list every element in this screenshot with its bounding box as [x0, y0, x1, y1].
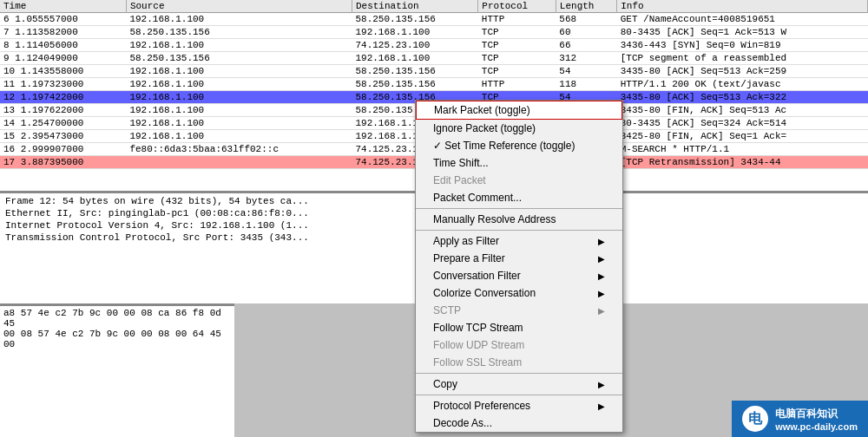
cell-len: 3436-443 [SYN] Seq=0 Win=819	[617, 39, 868, 52]
menu-item[interactable]: Copy▶	[416, 375, 622, 393]
watermark-line1: 电脑百科知识	[775, 407, 858, 421]
table-row[interactable]: 8 1.114056000192.168.1.10074.125.23.100T…	[0, 39, 868, 52]
menu-item: Edit Packet	[416, 172, 622, 189]
menu-item: Follow UDP Stream	[416, 336, 622, 354]
menu-item[interactable]: Protocol Preferences▶	[416, 397, 622, 414]
cell-proto: 54	[556, 65, 616, 78]
submenu-arrow-icon: ▶	[598, 271, 605, 281]
cell-time: 192.168.1.100	[126, 39, 352, 52]
hex-line: 00 08 57 4e c2 7b 9c 00 00 08 00 64 45 0…	[3, 329, 231, 349]
cell-src: 74.125.23.100	[352, 39, 477, 52]
menu-item[interactable]: Colorize Conversation▶	[416, 284, 622, 302]
cell-time: 192.168.1.100	[126, 13, 352, 26]
cell-proto: 66	[556, 39, 616, 52]
menu-separator	[416, 230, 622, 231]
cell-dst: TCP	[478, 26, 556, 39]
menu-item[interactable]: Prepare a Filter▶	[416, 250, 622, 267]
cell-num: 12 1.197422000	[0, 91, 126, 104]
table-row[interactable]: 6 1.055557000192.168.1.10058.250.135.156…	[0, 13, 868, 26]
cell-proto: 312	[556, 52, 616, 65]
menu-item-label: Protocol Preferences	[433, 400, 530, 412]
menu-item[interactable]: ✓ Set Time Reference (toggle)	[416, 137, 622, 154]
cell-num: 6 1.055557000	[0, 13, 126, 26]
cell-proto: 568	[556, 13, 616, 26]
menu-item[interactable]: Decode As...	[416, 414, 622, 432]
cell-num: 8 1.114056000	[0, 39, 126, 52]
menu-item[interactable]: Mark Packet (toggle)	[416, 101, 622, 120]
cell-time: 58.250.135.156	[126, 26, 352, 39]
cell-time: 192.168.1.100	[126, 130, 352, 143]
cell-dst: TCP	[478, 65, 556, 78]
cell-len: [TCP segment of a reassembled	[617, 52, 868, 65]
hex-line: a8 57 4e c2 7b 9c 00 00 08 ca 86 f8 0d 4…	[3, 308, 231, 329]
menu-item[interactable]: Apply as Filter▶	[416, 232, 622, 250]
menu-item-label: Follow SSL Stream	[433, 356, 522, 369]
menu-item-label: Time Shift...	[433, 157, 489, 169]
cell-len: 3425-80 [FIN, ACK] Seq=1 Ack=	[617, 130, 868, 143]
cell-time: 58.250.135.156	[126, 52, 352, 65]
cell-time: 192.168.1.100	[126, 117, 352, 130]
cell-time	[126, 156, 352, 169]
submenu-arrow-icon: ▶	[598, 306, 605, 316]
cell-len: HTTP/1.1 200 OK (text/javasc	[617, 78, 868, 91]
cell-dst: TCP	[478, 39, 556, 52]
menu-item-label: Follow UDP Stream	[433, 339, 524, 351]
col-protocol: Protocol	[478, 0, 556, 13]
menu-item[interactable]: Conversation Filter▶	[416, 267, 622, 284]
menu-item-label: Follow TCP Stream	[433, 322, 523, 334]
cell-num: 16 2.999907000	[0, 143, 126, 156]
cell-len: [TCP Retransmission] 3434-44	[617, 156, 868, 169]
cell-num: 9 1.124049000	[0, 52, 126, 65]
menu-item[interactable]: Follow TCP Stream	[416, 319, 622, 336]
menu-separator	[416, 208, 622, 209]
col-source: Source	[126, 0, 352, 13]
menu-item-label: Colorize Conversation	[433, 287, 536, 299]
col-time: Time	[0, 0, 126, 13]
menu-separator	[416, 373, 622, 374]
submenu-arrow-icon: ▶	[598, 289, 605, 298]
cell-num: 10 1.143558000	[0, 65, 126, 78]
table-row[interactable]: 11 1.197323000192.168.1.10058.250.135.15…	[0, 78, 868, 91]
table-row[interactable]: 9 1.12404900058.250.135.156192.168.1.100…	[0, 52, 868, 65]
menu-item-label: Apply as Filter	[433, 235, 499, 247]
cell-time: 192.168.1.100	[126, 65, 352, 78]
hex-panel: a8 57 4e c2 7b 9c 00 00 08 ca 86 f8 0d 4…	[0, 303, 234, 437]
context-menu[interactable]: Mark Packet (toggle)Ignore Packet (toggl…	[415, 100, 623, 433]
menu-item-label: Manually Resolve Address	[433, 213, 556, 225]
cell-dst: TCP	[478, 52, 556, 65]
watermark-line2: www.pc-daily.com	[775, 421, 858, 432]
menu-item-label: Conversation Filter	[433, 270, 521, 282]
cell-src: 58.250.135.156	[352, 65, 477, 78]
cell-dst: HTTP	[478, 78, 556, 91]
submenu-arrow-icon: ▶	[598, 380, 605, 389]
menu-item: SCTP▶	[416, 302, 622, 319]
menu-item[interactable]: Ignore Packet (toggle)	[416, 120, 622, 137]
menu-separator	[416, 395, 622, 395]
cell-src: 58.250.135.156	[352, 78, 477, 91]
table-row[interactable]: 10 1.143558000192.168.1.10058.250.135.15…	[0, 65, 868, 78]
cell-num: 15 2.395473000	[0, 130, 126, 143]
cell-src: 58.250.135.156	[352, 13, 477, 26]
cell-len: 3435-80 [FIN, ACK] Seq=513 Ac	[617, 104, 868, 117]
cell-len: 80-3435 [ACK] Seq=1 Ack=513 W	[617, 26, 868, 39]
submenu-arrow-icon: ▶	[598, 254, 605, 264]
cell-num: 7 1.113582000	[0, 26, 126, 39]
cell-num: 11 1.197323000	[0, 78, 126, 91]
cell-time: 192.168.1.100	[126, 91, 352, 104]
cell-src: 192.168.1.100	[352, 26, 477, 39]
menu-item[interactable]: Packet Comment...	[416, 189, 622, 206]
cell-time: 192.168.1.100	[126, 78, 352, 91]
cell-len: 3435-80 [ACK] Seq=513 Ack=322	[617, 91, 868, 104]
menu-item-label: Packet Comment...	[433, 192, 522, 204]
cell-num: 17 3.887395000	[0, 156, 126, 169]
table-row[interactable]: 7 1.11358200058.250.135.156192.168.1.100…	[0, 26, 868, 39]
menu-item[interactable]: Time Shift...	[416, 154, 622, 172]
cell-len: GET /NameAccount=4008519651	[617, 13, 868, 26]
cell-time: fe80::6da3:5baa:63lff02::c	[126, 143, 352, 156]
cell-len: M-SEARCH * HTTP/1.1	[617, 143, 868, 156]
cell-num: 14 1.254700000	[0, 117, 126, 130]
submenu-arrow-icon: ▶	[598, 401, 605, 411]
menu-item[interactable]: Manually Resolve Address	[416, 211, 622, 228]
cell-src: 192.168.1.100	[352, 52, 477, 65]
submenu-arrow-icon: ▶	[598, 237, 605, 246]
